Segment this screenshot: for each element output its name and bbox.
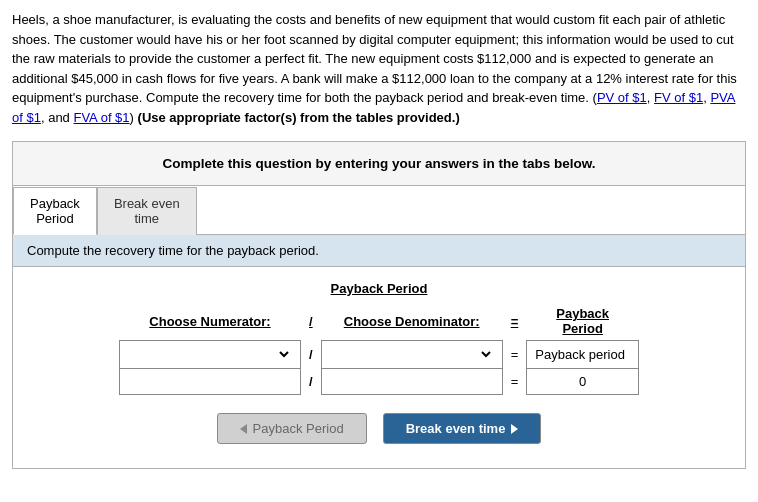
complete-label: Complete this question by entering your … — [162, 156, 595, 171]
numerator-input-cell[interactable] — [120, 369, 301, 395]
bottom-nav: Payback Period Break even time — [27, 413, 731, 454]
back-arrow-icon — [240, 424, 247, 434]
slash-cell-1: / — [301, 341, 322, 369]
back-button[interactable]: Payback Period — [217, 413, 367, 444]
bold-instruction: (Use appropriate factor(s) from the tabl… — [138, 110, 460, 125]
back-label: Payback Period — [253, 421, 344, 436]
section-header: Compute the recovery time for the paybac… — [13, 235, 745, 267]
tab-breakeven[interactable]: Break eventime — [97, 187, 197, 235]
col-header-numerator: Choose Numerator: — [120, 302, 301, 341]
payback-table: Payback Period Choose Numerator: / Choos… — [119, 277, 639, 395]
intro-text: Heels, a shoe manufacturer, is evaluatin… — [12, 10, 746, 127]
table-row-2: / = 0 — [120, 369, 639, 395]
numerator-select[interactable]: $112,000 $45,000 — [128, 346, 292, 363]
equals-cell-1: = — [502, 341, 527, 369]
next-button[interactable]: Break even time — [383, 413, 542, 444]
denominator-input[interactable] — [330, 374, 494, 389]
table-area: Payback Period Choose Numerator: / Choos… — [13, 267, 745, 468]
col-header-denominator: Choose Denominator: — [321, 302, 502, 341]
section-header-text: Compute the recovery time for the paybac… — [27, 243, 319, 258]
col-header-result: Payback Period — [527, 302, 639, 341]
next-label: Break even time — [406, 421, 506, 436]
result-label-cell: Payback period — [527, 341, 639, 369]
tabs-area: PaybackPeriod Break eventime Compute the… — [12, 186, 746, 469]
col-header-equals: = — [502, 302, 527, 341]
numerator-input[interactable] — [128, 374, 292, 389]
tab-breakeven-label: Break eventime — [114, 196, 180, 226]
payback-period-label: Payback period — [535, 347, 625, 362]
denominator-input-cell[interactable] — [321, 369, 502, 395]
complete-box: Complete this question by entering your … — [12, 141, 746, 186]
tab-content: Compute the recovery time for the paybac… — [13, 235, 745, 468]
page-container: Heels, a shoe manufacturer, is evaluatin… — [0, 0, 758, 479]
denominator-select[interactable]: $112,000 $45,000 — [330, 346, 494, 363]
tab-payback[interactable]: PaybackPeriod — [13, 187, 97, 235]
result-value: 0 — [579, 374, 586, 389]
fva-link[interactable]: FVA of $1 — [73, 110, 129, 125]
tab-payback-label: PaybackPeriod — [30, 196, 80, 226]
next-arrow-icon — [511, 424, 518, 434]
fv-link[interactable]: FV of $1 — [654, 90, 703, 105]
equals-cell-2: = — [502, 369, 527, 395]
result-value-cell: 0 — [527, 369, 639, 395]
numerator-select-cell[interactable]: $112,000 $45,000 — [120, 341, 301, 369]
col-header-slash: / — [301, 302, 322, 341]
slash-cell-2: / — [301, 369, 322, 395]
pv-link[interactable]: PV of $1 — [597, 90, 647, 105]
tabs-row: PaybackPeriod Break eventime — [13, 186, 745, 235]
table-title: Payback Period — [120, 277, 639, 302]
denominator-select-cell[interactable]: $112,000 $45,000 — [321, 341, 502, 369]
table-row-1: $112,000 $45,000 / $112,000 $45,000 — [120, 341, 639, 369]
